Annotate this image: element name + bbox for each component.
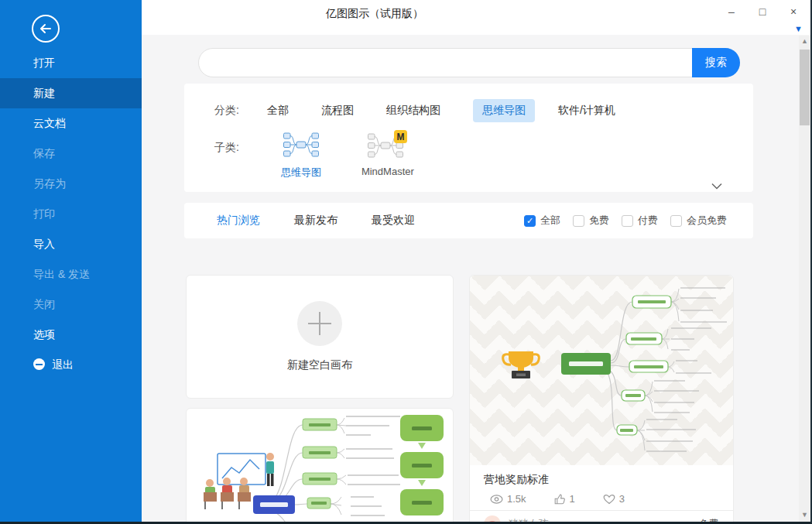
search-button[interactable]: 搜索 <box>692 48 740 77</box>
app-window: 亿图图示（试用版） – □ × ▼ 打开 新建 云文档 保存 另存为 打印 导入… <box>0 0 812 524</box>
price-filters: ✓全部 免费 付费 会员免费 <box>524 203 727 238</box>
heart-icon <box>603 494 615 505</box>
category-row: 分类: 全部 流程图 组织结构图 思维导图 软件/计算机 <box>214 99 699 122</box>
filter-member-free[interactable]: 会员免费 <box>670 214 727 228</box>
minimize-button[interactable]: – <box>725 5 738 19</box>
tab-newest[interactable]: 最新发布 <box>294 214 337 228</box>
eye-icon <box>490 495 503 504</box>
titlebar: 亿图图示（试用版） – □ × <box>142 0 810 35</box>
views-stat: 1.5k <box>490 493 526 505</box>
template-title: 营地奖励标准 <box>470 465 733 487</box>
sidebar: 打开 新建 云文档 保存 另存为 打印 导入 导出 & 发送 关闭 选项 退出 <box>0 0 142 522</box>
mindmap-icon <box>283 128 319 161</box>
price-badge: 免费 <box>699 517 719 524</box>
category-all[interactable]: 全部 <box>267 104 289 118</box>
views-count: 1.5k <box>507 493 526 505</box>
sidebar-item-print[interactable]: 打印 <box>0 199 142 229</box>
template-thumbnail-camp-rewards <box>470 276 733 465</box>
sidebar-nav: 打开 新建 云文档 保存 另存为 打印 导入 导出 & 发送 关闭 选项 退出 <box>0 48 142 380</box>
new-blank-canvas-card[interactable]: 新建空白画布 <box>186 275 454 399</box>
template-stats: 1.5k 1 3 <box>490 493 733 505</box>
subcategory-mindmaster[interactable]: M MindMaster <box>361 128 414 177</box>
likes-count: 1 <box>570 493 575 505</box>
sidebar-item-import[interactable]: 导入 <box>0 229 142 259</box>
category-mindmap[interactable]: 思维导图 <box>473 99 535 122</box>
sidebar-item-exit[interactable]: 退出 <box>0 350 142 380</box>
sidebar-item-options[interactable]: 选项 <box>0 320 142 350</box>
trophy-icon <box>503 351 540 378</box>
sidebar-item-save-as[interactable]: 另存为 <box>0 169 142 199</box>
sidebar-item-export-send[interactable]: 导出 & 发送 <box>0 259 142 289</box>
sidebar-item-close[interactable]: 关闭 <box>0 289 142 320</box>
subcategory-label: 子类: <box>214 141 239 155</box>
mindmaster-icon: M <box>368 128 408 161</box>
window-controls: – □ × <box>725 5 800 19</box>
new-blank-canvas-label: 新建空白画布 <box>287 358 352 372</box>
avatar <box>484 515 501 524</box>
category-flowchart[interactable]: 流程图 <box>321 104 354 118</box>
sidebar-item-cloud[interactable]: 云文档 <box>0 108 142 139</box>
back-button[interactable] <box>32 15 60 43</box>
author-name: 猪猪女孩 <box>509 517 549 524</box>
svg-text:M: M <box>396 132 404 142</box>
filter-panel: 分类: 全部 流程图 组织结构图 思维导图 软件/计算机 子类: <box>184 84 753 192</box>
plus-icon <box>297 301 342 346</box>
sidebar-item-new[interactable]: 新建 <box>0 78 142 108</box>
thumbs-up-icon <box>554 494 566 505</box>
likes-stat[interactable]: 1 <box>554 493 575 505</box>
filter-all[interactable]: ✓全部 <box>524 214 560 228</box>
tab-hot[interactable]: 热门浏览 <box>217 214 260 228</box>
favorites-count: 3 <box>619 493 625 505</box>
template-card-camp-rewards[interactable]: 营地奖励标准 1.5k 1 3 猪猪女孩 免费 <box>469 275 734 524</box>
template-thumbnail-mindmap <box>187 409 454 524</box>
close-button[interactable]: × <box>787 5 800 19</box>
author-row: 猪猪女孩 免费 <box>470 510 733 524</box>
filter-paid[interactable]: 付费 <box>622 214 658 228</box>
sidebar-item-save[interactable]: 保存 <box>0 139 142 169</box>
checkbox-checked-icon[interactable]: ✓ <box>524 215 536 227</box>
favorites-stat[interactable]: 3 <box>603 493 625 505</box>
back-arrow-icon <box>37 22 54 36</box>
category-label: 分类: <box>214 104 239 118</box>
template-card-network-marketing[interactable] <box>186 408 454 524</box>
subcategory-mindmap[interactable]: 思维导图 <box>276 128 326 180</box>
checkbox-icon[interactable] <box>622 215 633 227</box>
checkbox-icon[interactable] <box>670 215 682 227</box>
dropdown-arrow-icon[interactable]: ▼ <box>794 25 803 33</box>
scroll-up-arrow-icon[interactable]: ▲ <box>799 36 810 46</box>
maximize-button[interactable]: □ <box>756 5 769 19</box>
tab-popular[interactable]: 最受欢迎 <box>372 214 415 228</box>
category-orgchart[interactable]: 组织结构图 <box>386 104 440 118</box>
search-input[interactable] <box>199 49 685 77</box>
scrollbar-thumb[interactable] <box>800 50 810 125</box>
search-bar: 搜索 <box>198 48 740 77</box>
minus-circle-icon <box>33 358 45 370</box>
scrollbar[interactable]: ▲ ▼ <box>799 36 810 522</box>
category-software[interactable]: 软件/计算机 <box>558 104 615 118</box>
subcategory-row: 子类: <box>214 128 450 180</box>
window-title: 亿图图示（试用版） <box>326 7 423 21</box>
tab-strip: 热门浏览 最新发布 最受欢迎 ✓全部 免费 付费 会员免费 <box>184 203 753 238</box>
tabs: 热门浏览 最新发布 最受欢迎 <box>217 203 415 238</box>
filter-free[interactable]: 免费 <box>573 214 609 228</box>
chevron-down-icon[interactable] <box>711 183 722 190</box>
checkbox-icon[interactable] <box>573 215 584 227</box>
scroll-down-arrow-icon[interactable]: ▼ <box>799 509 810 520</box>
sidebar-item-open[interactable]: 打开 <box>0 48 142 78</box>
